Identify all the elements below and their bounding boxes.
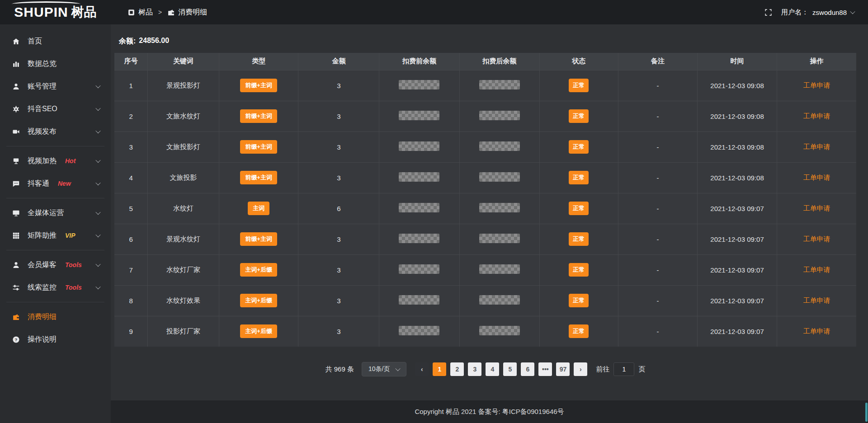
breadcrumb-root[interactable]: 树品: [127, 8, 153, 17]
cell-keyword: 文旅投影灯: [148, 132, 219, 162]
cell-keyword: 水纹灯: [148, 193, 219, 224]
type-badge: 主词+后缀: [240, 324, 277, 338]
cell-index: 5: [114, 193, 148, 224]
cell-action: 工单申请: [777, 101, 856, 132]
wallet-icon: [167, 9, 175, 16]
page-button-6[interactable]: 6: [521, 362, 534, 376]
cell-action: 工单申请: [777, 224, 856, 254]
page-button-97[interactable]: 97: [556, 362, 570, 376]
topbar: SHUPIN 树品 树品 > 消费明细 用户名：zswodun88: [0, 0, 868, 24]
redacted-balance-before: [399, 234, 439, 243]
column-header: 金额: [298, 53, 379, 70]
sidebar-item-home[interactable]: 首页: [0, 30, 111, 52]
sidebar-item-douketong[interactable]: 抖客通New: [0, 172, 111, 195]
ticket-apply-link[interactable]: 工单申请: [803, 266, 830, 273]
sidebar-item-account-manage[interactable]: 账号管理: [0, 75, 111, 98]
redacted-balance-before: [399, 141, 439, 151]
table-row: 2文旅水纹灯前缀+主词3正常-2021-12-03 09:08工单申请: [114, 101, 856, 132]
cell-time: 2021-12-03 09:07: [698, 193, 777, 224]
cell-time: 2021-12-03 09:08: [698, 162, 777, 193]
cell-index: 3: [114, 132, 148, 162]
page-button-3[interactable]: 3: [468, 362, 481, 376]
page-button-4[interactable]: 4: [486, 362, 499, 376]
fullscreen-icon[interactable]: [764, 9, 772, 16]
cell-balance-before: [379, 224, 459, 254]
ticket-apply-link[interactable]: 工单申请: [803, 235, 830, 243]
page-size-select[interactable]: 10条/页: [362, 362, 406, 376]
ticket-apply-link[interactable]: 工单申请: [803, 327, 830, 335]
cell-amount: 3: [298, 70, 379, 101]
sidebar-item-data-overview[interactable]: 数据总览: [0, 52, 111, 75]
sidebar-item-matrix-boost[interactable]: 矩阵助推VIP: [0, 224, 111, 247]
breadcrumb: 树品 > 消费明细: [127, 8, 207, 17]
cell-keyword: 文旅投影: [148, 162, 219, 193]
page-button-5[interactable]: 5: [503, 362, 517, 376]
chevron-down-icon: [95, 83, 100, 88]
page-button-2[interactable]: 2: [450, 362, 464, 376]
scrollbar-thumb[interactable]: [865, 403, 868, 422]
sidebar-item-member-baoke[interactable]: 会员爆客Tools: [0, 254, 111, 276]
redacted-balance-before: [399, 80, 439, 89]
status-badge: 正常: [569, 79, 589, 92]
breadcrumb-current[interactable]: 消费明细: [167, 8, 207, 17]
cell-remark: -: [618, 254, 698, 285]
redacted-balance-after: [479, 295, 520, 305]
prev-page-button[interactable]: ‹: [415, 362, 429, 376]
balance: 余额: 24856.00: [119, 37, 856, 46]
cell-balance-before: [379, 132, 459, 162]
logo-text-cn: 树品: [71, 4, 97, 21]
total-count: 共 969 条: [326, 365, 354, 374]
ticket-apply-link[interactable]: 工单申请: [803, 143, 830, 150]
goto-page-input[interactable]: [613, 362, 634, 376]
chevron-down-icon: [95, 284, 100, 289]
cell-amount: 3: [298, 316, 379, 347]
sidebar-divider: [6, 146, 104, 146]
cell-balance-after: [459, 132, 539, 162]
main-content: 余额: 24856.00 序号关键词类型金额扣费前余额扣费后余额状态备注时间操作…: [111, 24, 868, 423]
sidebar-item-media-operation[interactable]: 全媒体运营: [0, 202, 111, 224]
sidebar-item-clue-monitor[interactable]: 线索监控Tools: [0, 276, 111, 299]
sidebar-item-video-heat[interactable]: 视频加热Hot: [0, 150, 111, 172]
sidebar-item-douyin-seo[interactable]: 抖音SEO: [0, 98, 111, 120]
cell-remark: -: [618, 224, 698, 254]
sidebar-divider: [6, 198, 104, 198]
cell-keyword: 投影灯厂家: [148, 316, 219, 347]
ticket-apply-link[interactable]: 工单申请: [803, 112, 830, 120]
chevron-down-icon: [95, 106, 100, 111]
wallet-icon: [12, 313, 21, 321]
cell-action: 工单申请: [777, 254, 856, 285]
next-page-button[interactable]: ›: [574, 362, 587, 376]
sidebar-item-label: 抖客通: [28, 179, 49, 188]
sidebar-item-instructions[interactable]: ?操作说明: [0, 328, 111, 351]
sliders-icon: [12, 284, 21, 291]
ticket-apply-link[interactable]: 工单申请: [803, 174, 830, 181]
ticket-apply-link[interactable]: 工单申请: [803, 296, 830, 304]
chevron-down-icon: [95, 232, 100, 237]
cell-status: 正常: [539, 101, 618, 132]
status-badge: 正常: [569, 324, 589, 338]
cell-status: 正常: [539, 132, 618, 162]
ticket-apply-link[interactable]: 工单申请: [803, 204, 830, 212]
app-logo[interactable]: SHUPIN 树品: [0, 0, 111, 24]
sidebar-item-video-publish[interactable]: 视频发布: [0, 120, 111, 143]
cell-type: 主词+后缀: [219, 285, 298, 316]
cell-remark: -: [618, 70, 698, 101]
cell-keyword: 文旅水纹灯: [148, 101, 219, 132]
username-dropdown[interactable]: 用户名：zswodun88: [781, 8, 854, 17]
sidebar-item-consumption-detail[interactable]: 消费明细: [0, 306, 111, 328]
sidebar-item-label: 消费明细: [28, 312, 57, 322]
ticket-apply-link[interactable]: 工单申请: [803, 81, 830, 89]
sidebar-divider: [6, 250, 104, 250]
table-row: 5水纹灯主词6正常-2021-12-03 09:07工单申请: [114, 193, 856, 224]
footer: Copyright 树品 2021 备案号: 粤ICP备09019646号: [111, 400, 868, 423]
cell-index: 9: [114, 316, 148, 347]
cell-amount: 3: [298, 162, 379, 193]
status-badge: 正常: [569, 263, 589, 277]
page-button-1[interactable]: 1: [433, 362, 446, 376]
more-pages-button[interactable]: •••: [538, 362, 552, 376]
chevron-down-icon: [95, 128, 100, 133]
cell-type: 前缀+主词: [219, 70, 298, 101]
cell-balance-before: [379, 101, 459, 132]
column-header: 类型: [219, 53, 298, 70]
cell-action: 工单申请: [777, 162, 856, 193]
